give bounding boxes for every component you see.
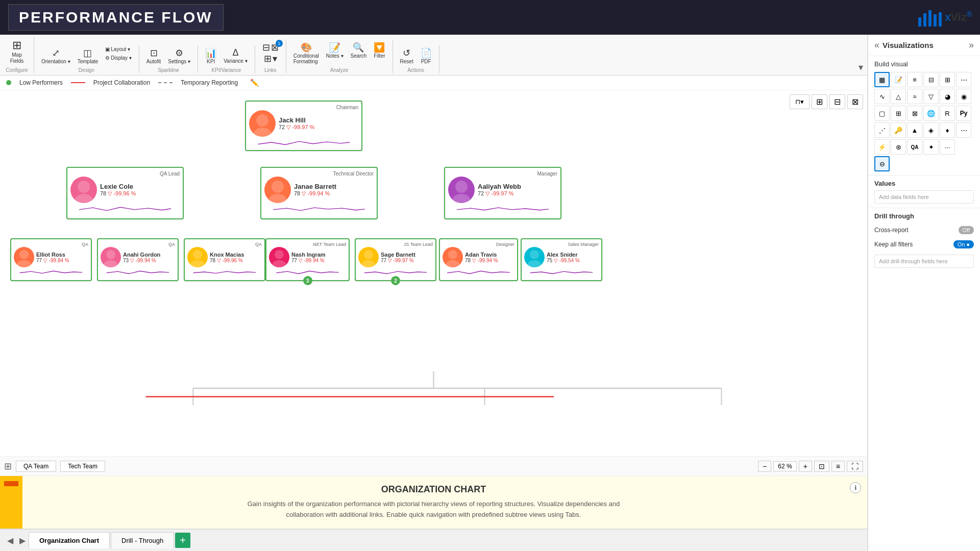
zoom-in-btn[interactable]: + [799,461,812,472]
viz-funnel[interactable]: ▽ [923,89,939,104]
viz-decomp[interactable]: ⋰ [874,122,890,138]
legend-edit-icon[interactable]: ✏️ [250,79,259,87]
viz-matrix[interactable]: ⊠ [907,106,922,121]
reset-btn[interactable]: ↺ Reset [397,45,416,66]
viz-paginated[interactable]: ⋯ [956,122,971,138]
viz-nav[interactable]: ◈ [923,122,939,138]
map-fields-btn[interactable]: ⊞ MapFields [4,37,30,66]
tab-org-chart[interactable]: Organization Chart [29,532,110,548]
viz-custom2[interactable]: ⊛ [891,139,906,155]
viz-area[interactable]: ∿ [874,89,890,104]
zoom-out-btn[interactable]: − [758,461,771,472]
tech-team-tab[interactable]: Tech Team [60,461,105,472]
add-values-field[interactable]: Add data fields here [874,190,974,204]
viz-smart[interactable]: ▲ [907,122,922,138]
qa-team-tab[interactable]: QA Team [16,461,56,472]
layout-btn[interactable]: ▣Layout ▾ [102,45,135,53]
xviz-logo: xViz® [917,7,972,28]
svg-point-33 [17,260,31,267]
svg-rect-2 [928,10,932,27]
knox-metric: 78 ▽ -99.96 % [210,258,244,263]
kpi-btn[interactable]: 📊 KPI [202,45,219,66]
viz-combo[interactable]: △ [891,89,906,104]
knox-name: Knox Macias [210,252,244,258]
chart-area: ⊓▾ ⊞ ⊟ ⊠ [0,90,867,456]
filter-btn[interactable]: 🔽 Filter [371,40,388,61]
viz-pie[interactable]: ◕ [940,89,955,104]
viz-map[interactable]: 🌐 [923,106,939,121]
viz-scatter[interactable]: ⋯ [956,72,971,87]
node-elliot[interactable]: QA Elliot Ross 77 ▽ -99.84 % [10,238,92,281]
settings-btn[interactable]: ⚙ Settings ▾ [165,45,193,66]
qa-lead-name: Lexie Cole [100,183,180,190]
viz-ribbon[interactable]: ≈ [907,89,922,104]
variance-btn[interactable]: Δ Variance ▾ [220,45,251,66]
viz-table[interactable]: ⊞ [891,106,906,121]
viz-python[interactable]: Py [956,106,971,121]
node-chairman[interactable]: Chairman Jack Hill 72 ▽ -99.97 % [245,101,362,151]
list-view-btn[interactable]: ≡ [831,461,845,472]
pdf-btn[interactable]: 📄 PDF [418,45,435,66]
svg-point-42 [448,250,457,259]
viz-org-chart-active[interactable]: ⊖ [874,156,890,171]
node-alex[interactable]: Sales Manager Alex Snider 75 ▽ -99.54 % [521,238,602,281]
links-btn[interactable]: ⊟ ⊠ 1 ⊞ ▾ [259,40,282,66]
nash-name: Nash Ingram [291,252,326,258]
node-adan[interactable]: Designer Adan Travis 78 ▽ -99.94 % [439,238,518,281]
keep-filters-toggle[interactable]: On ● [953,240,974,248]
notes-btn[interactable]: 📝 Notes ▾ [323,40,347,61]
node-nash[interactable]: .NET Team Lead Nash Ingram 77 ▽ -99.94 % [265,238,350,281]
viz-custom1[interactable]: ⚡ [874,139,890,155]
viz-stacked-bar[interactable]: ≡ [907,72,922,87]
tab-nav-next[interactable]: ▶ [16,536,29,545]
panel-title: Visualizations [883,41,969,49]
orientation-btn[interactable]: ⤢ Orientation ▾ [38,45,74,66]
viz-card[interactable]: ▢ [874,106,890,121]
node-qa-lead[interactable]: QA Lead Lexie Cole 78 ▽ -99.96 % [66,167,184,219]
node-knox[interactable]: QA Knox Macias 78 ▽ -99.96 % [184,238,265,281]
viz-qa[interactable]: ♦ [940,122,955,138]
chart-grid-btn3[interactable]: ⊠ [847,94,863,109]
viz-line-chart[interactable]: 📝 [891,72,906,87]
chart-grid-btn2[interactable]: ⊟ [829,94,845,109]
tab-nav-prev[interactable]: ◀ [4,536,16,545]
svg-point-35 [104,260,118,267]
viz-gauge[interactable]: ◉ [956,89,971,104]
viz-qa2[interactable]: QA [907,139,922,155]
viz-grouped-bar[interactable]: ⊟ [923,72,939,87]
collapse-panel-btn[interactable]: « [874,40,879,51]
node-sage[interactable]: JS Team Lead Sage Barnett 77 ▽ -99.97 % [355,238,436,281]
tab-drill-through[interactable]: Drill - Through [111,532,174,548]
node-manager[interactable]: Manager Aaliyah Webb 72 ▽ -99.97 % [444,167,561,219]
ribbon-expand-btn[interactable]: ▾ [859,62,863,73]
chart-view-btn[interactable]: ⊓▾ [790,94,810,109]
node-tech-dir[interactable]: Technical Director Janae Barrett 78 ▽ -9… [260,167,378,219]
expand-panel-btn[interactable]: » [969,40,974,51]
fit-view-btn[interactable]: ⊡ [814,461,829,472]
viz-treemap[interactable]: R [940,106,955,121]
search-btn[interactable]: 🔍 Search [348,40,370,61]
add-tab-btn[interactable]: + [175,533,190,548]
autofit-btn[interactable]: ⊡ Autofit [143,45,164,66]
svg-point-31 [452,194,471,203]
fullscreen-btn[interactable]: ⛶ [847,461,863,472]
cond-format-btn[interactable]: 🎨 ConditionalFormatting [290,40,322,66]
viz-bar-chart[interactable]: ▦ [874,72,890,87]
chart-mode-btn[interactable]: ⊞ [4,461,12,472]
info-icon-btn[interactable]: ℹ [850,482,861,493]
viz-key-inf[interactable]: 🔑 [891,122,906,138]
title-box: PERFORMANCE FLOW [8,4,224,31]
svg-point-37 [190,260,205,267]
viz-custom3[interactable]: ✦ [923,139,939,155]
svg-point-40 [364,250,373,259]
viz-waterfall[interactable]: ⊞ [940,72,955,87]
display-btn[interactable]: ⚙Display ▾ [102,54,135,62]
svg-point-26 [78,181,90,193]
qa-lead-metric: 78 ▽ -99.96 % [100,190,180,197]
node-anahi[interactable]: QA Anahi Gordon 73 ▽ -99.94 % [97,238,179,281]
template-btn[interactable]: ◫ Template [75,45,102,66]
cross-report-toggle[interactable]: Off [959,226,974,234]
chart-grid-btn1[interactable]: ⊞ [812,94,827,109]
add-drill-field[interactable]: Add drill-through fields here [874,255,974,268]
viz-ellipsis[interactable]: ··· [940,139,955,155]
